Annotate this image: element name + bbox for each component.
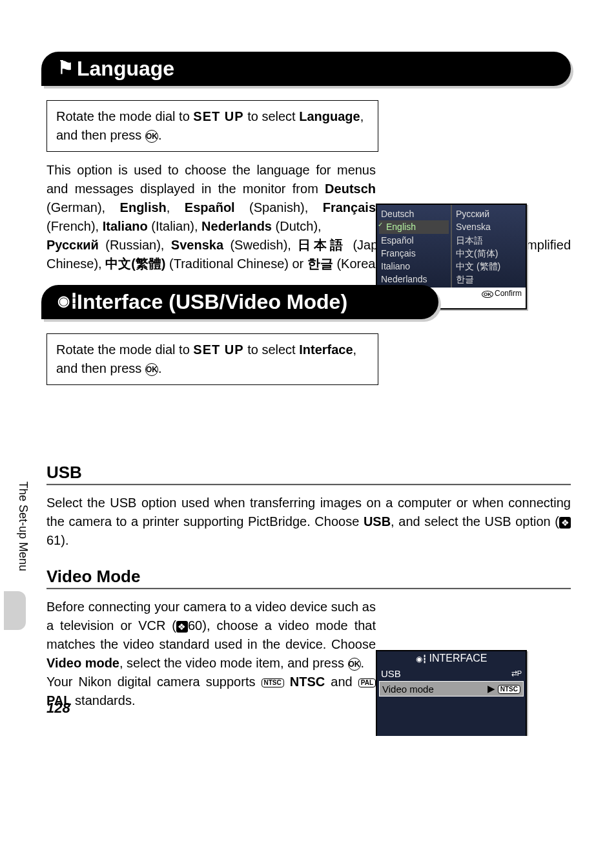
reference-icon: ❖: [559, 517, 571, 529]
page-number: 128: [46, 700, 70, 717]
ntsc-badge: NTSC: [262, 678, 284, 687]
section-title-interface: ◉┇ Interface (USB/Video Mode): [41, 285, 438, 319]
setup-label: SET UP: [193, 109, 243, 123]
interface-icon: ◉┇: [57, 293, 78, 309]
lcd-lang-item: Русский: [456, 207, 522, 220]
lcd-lang-item: Svenska: [456, 220, 522, 233]
interface-instruction-box: Rotate the mode dial to SET UP to select…: [46, 333, 378, 385]
ok-icon: OK: [145, 130, 158, 143]
lcd-lang-item: 中文 (繁體): [456, 260, 522, 273]
lcd-lang-item: Español: [381, 234, 447, 247]
section-title-language: ⚑ Language: [41, 52, 571, 86]
pal-badge: PAL: [358, 678, 376, 687]
lcd-lang-item: Français: [381, 247, 447, 260]
subsection-usb-title: USB: [46, 463, 571, 485]
lcd-lang-item: Deutsch: [381, 207, 447, 220]
usb-body: Select the USB option used when transfer…: [46, 494, 571, 550]
lcd-lang-item-selected: English: [379, 220, 449, 233]
lcd-lang-item: 日本語: [456, 234, 522, 247]
lcd-lang-item: 中文(简体): [456, 247, 522, 260]
lcd-lang-item: Italiano: [381, 260, 447, 273]
title-text: Interface (USB/Video Mode): [77, 290, 347, 313]
flag-icon: ⚑: [57, 57, 74, 78]
subsection-video-title: Video Mode: [46, 567, 571, 589]
side-tab-label: The Set-up Menu: [16, 481, 30, 571]
ok-icon: OK: [145, 363, 158, 376]
ok-button-icon: OK: [482, 291, 493, 298]
video-body: Before connecting your camera to a video…: [46, 598, 376, 710]
ok-icon: OK: [348, 658, 361, 671]
title-text: Language: [77, 57, 174, 80]
lcd-lang-item: 한글: [456, 273, 522, 286]
lcd-lang-item: Nederlands: [381, 273, 447, 286]
setup-label: SET UP: [193, 342, 243, 357]
language-instruction-box: Rotate the mode dial to SET UP to select…: [46, 100, 378, 152]
reference-icon: ❖: [176, 621, 188, 633]
